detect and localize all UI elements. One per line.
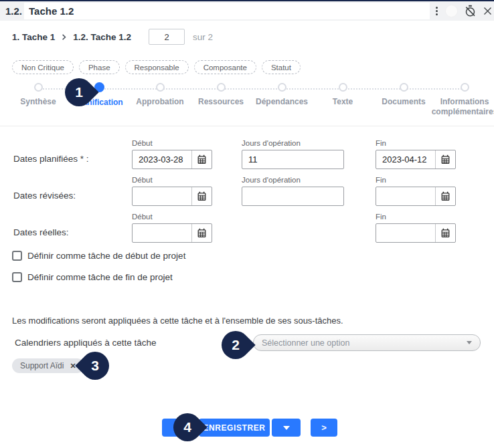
start-label: Début: [132, 139, 212, 147]
step-dot: [278, 83, 286, 92]
calendar-chip-label: Support Aïdi: [20, 361, 64, 370]
calendar-icon[interactable]: [435, 224, 455, 242]
step-dot: [217, 83, 226, 92]
planned-days-input[interactable]: [242, 150, 344, 169]
tab-informations-complementaires[interactable]: Informations complémentaires: [426, 82, 494, 117]
revised-start-field: Début: [132, 176, 212, 206]
task-position-total: sur 2: [193, 32, 213, 42]
project-start-task-checkbox-row[interactable]: Définir comme tâche de début de projet: [12, 251, 185, 261]
section-divider: [0, 126, 494, 126]
chip-statut[interactable]: Statut: [262, 60, 301, 74]
end-label: Fin: [376, 213, 456, 221]
project-end-task-checkbox-row[interactable]: Définir comme tâche de fin de projet: [12, 272, 173, 282]
revised-end-field: Fin: [376, 176, 456, 206]
selected-calendar-chip: Support Aïdi ✕: [12, 358, 84, 373]
step-dot: [400, 83, 408, 92]
actual-dates-label: Dates réelles:: [13, 227, 69, 237]
step-dot: [34, 83, 43, 92]
dialog-header: 1.2.: [0, 1, 494, 21]
calendar-icon[interactable]: [435, 187, 455, 205]
operation-days-label: Jours d'opération: [242, 139, 344, 147]
actual-end-field: Fin: [376, 213, 456, 243]
breadcrumb-current[interactable]: 1.2. Tache 1.2: [73, 32, 131, 42]
chip-composante[interactable]: Composante: [194, 60, 256, 74]
revised-end-input[interactable]: [376, 187, 435, 205]
step-dot: [339, 83, 347, 92]
caret-down-icon: [283, 426, 290, 430]
actual-end-input[interactable]: [376, 224, 435, 242]
breadcrumb-parent[interactable]: 1. Tache 1: [12, 32, 55, 42]
timer-off-icon[interactable]: [464, 5, 477, 17]
calendar-icon[interactable]: [435, 150, 455, 169]
annotation-badge-3: 3: [75, 346, 114, 385]
task-title-input[interactable]: [24, 3, 430, 19]
planned-start-field: Début: [132, 139, 212, 169]
annotation-badge-2: 2: [216, 325, 255, 364]
planned-dates-label: Dates planifiées * :: [13, 154, 89, 164]
revised-start-input[interactable]: [133, 187, 191, 205]
breadcrumb: 1. Tache 1 1.2. Tache 1.2 sur 2: [12, 28, 213, 45]
actual-start-input[interactable]: [133, 224, 191, 242]
planned-end-input[interactable]: [376, 150, 435, 169]
task-number-label: 1.2.: [5, 5, 22, 17]
planned-end-field: Fin: [376, 139, 456, 169]
calendar-icon[interactable]: [191, 187, 212, 205]
planned-days-field: Jours d'opération: [242, 139, 344, 169]
select-placeholder: Sélectionner une option: [262, 338, 467, 348]
more-options-icon[interactable]: [434, 5, 439, 17]
chevron-right-icon: [60, 33, 68, 41]
step-dot: [461, 83, 469, 92]
checkbox-label: Définir comme tâche de début de projet: [27, 251, 185, 261]
next-button[interactable]: >: [311, 419, 337, 437]
task-position-input[interactable]: [149, 29, 185, 45]
operation-days-label: Jours d'opération: [242, 176, 344, 184]
checkbox-unchecked[interactable]: [12, 272, 22, 282]
close-icon[interactable]: [483, 6, 493, 16]
chip-non-critique[interactable]: Non Critique: [12, 60, 74, 74]
annotation-badge-4: 4: [167, 407, 207, 447]
disabled-circle-button: [445, 5, 458, 17]
checkbox-unchecked[interactable]: [12, 251, 22, 261]
attribute-chips: Non Critique Phase Responsable Composant…: [12, 60, 301, 74]
task-dialog: 1.2. 1. Tache 1 1.2. Tache 1: [0, 0, 494, 448]
subtasks-info-text: Les modifications seront appliquées à ce…: [12, 316, 343, 326]
start-label: Début: [132, 213, 212, 221]
planned-start-input[interactable]: [133, 150, 191, 169]
end-label: Fin: [376, 139, 456, 147]
revised-dates-label: Dates révisées:: [13, 191, 76, 201]
checkbox-label: Définir comme tâche de fin de projet: [27, 272, 173, 282]
annotation-badge-1: 1: [59, 72, 98, 112]
step-dot: [156, 83, 165, 92]
revised-days-field: Jours d'opération: [242, 176, 344, 206]
calendars-label: Calendriers appliqués à cette tâche: [15, 338, 157, 348]
end-label: Fin: [376, 176, 456, 184]
save-button[interactable]: ENREGISTRER: [199, 419, 270, 437]
chip-responsable[interactable]: Responsable: [125, 60, 189, 74]
start-label: Début: [132, 176, 212, 184]
chip-phase[interactable]: Phase: [79, 60, 120, 74]
revised-days-input[interactable]: [242, 187, 344, 206]
calendar-icon[interactable]: [191, 150, 212, 169]
calendar-icon[interactable]: [191, 224, 212, 242]
actual-start-field: Début: [132, 213, 212, 243]
save-options-caret-button[interactable]: [272, 419, 301, 437]
dropdown-caret-icon: [467, 341, 472, 344]
calendar-select[interactable]: Sélectionner une option: [253, 334, 481, 351]
